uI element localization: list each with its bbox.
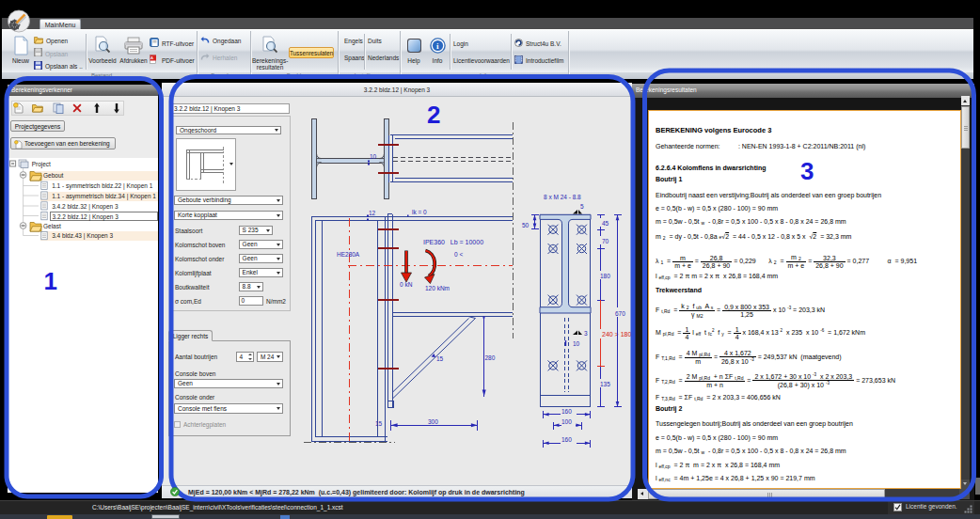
svg-text:lk = 0: lk = 0 — [412, 209, 427, 215]
svg-text:IPE360 Lb = 10000: IPE360 Lb = 10000 — [423, 239, 483, 245]
svg-text:HE280A: HE280A — [337, 251, 360, 258]
svg-text:15: 15 — [436, 355, 444, 362]
svg-text:280: 280 — [485, 354, 496, 361]
svg-text:50: 50 — [522, 222, 530, 228]
svg-text:10: 10 — [573, 340, 580, 347]
svg-text:70: 70 — [602, 238, 609, 244]
svg-text:160: 160 — [561, 408, 572, 415]
svg-text:135: 135 — [600, 381, 610, 387]
svg-text:0 <: 0 < — [454, 251, 463, 258]
svg-text:3: 3 — [584, 330, 588, 337]
svg-text:120 kNm: 120 kNm — [425, 285, 450, 291]
svg-text:240 > 180: 240 > 180 — [602, 331, 631, 338]
svg-text:A: A — [150, 56, 153, 61]
svg-text:180: 180 — [600, 273, 610, 279]
svg-text:8 x M 24 - 8.8: 8 x M 24 - 8.8 — [544, 194, 581, 200]
svg-text:15: 15 — [375, 420, 383, 427]
svg-text:5: 5 — [580, 203, 584, 210]
svg-text:100: 100 — [561, 418, 572, 425]
svg-text:10: 10 — [370, 153, 377, 160]
svg-text:45: 45 — [602, 220, 609, 227]
svg-text:300: 300 — [428, 418, 438, 425]
svg-text:0 kN: 0 kN — [400, 281, 413, 288]
svg-text:670: 670 — [615, 310, 625, 317]
svg-text:160: 160 — [561, 436, 572, 443]
svg-text:12: 12 — [369, 210, 376, 216]
